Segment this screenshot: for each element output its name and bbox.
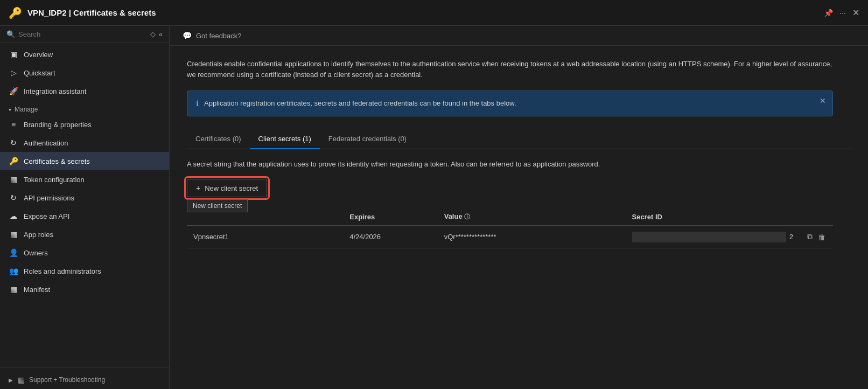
- manage-section-header[interactable]: ▾ Manage: [0, 100, 169, 115]
- authentication-icon: ↻: [9, 138, 18, 148]
- integration-icon: 🚀: [9, 86, 18, 96]
- info-banner-close-icon[interactable]: ✕: [820, 96, 826, 105]
- sidebar-item-api-permissions[interactable]: ↻ API permissions: [0, 189, 169, 207]
- sidebar-item-support-troubleshooting[interactable]: ▶ ▦ Support + Troubleshooting: [0, 370, 169, 387]
- plus-icon: +: [196, 184, 200, 192]
- pin-icon[interactable]: 📌: [824, 9, 833, 17]
- search-input[interactable]: [18, 30, 147, 38]
- close-icon[interactable]: ✕: [852, 8, 859, 18]
- tab-federated-credentials[interactable]: Federated credentials (0): [320, 129, 415, 149]
- content-area: 💬 Got feedback? Credentials enable confi…: [170, 26, 868, 389]
- search-icon: 🔍: [6, 30, 15, 38]
- sidebar-item-expose-api-label: Expose an API: [24, 212, 69, 220]
- info-banner-text: Application registration certificates, s…: [204, 99, 516, 108]
- tab-client-secrets[interactable]: Client secrets (1): [250, 129, 320, 149]
- action-icons: ⧉ 🗑: [806, 231, 827, 242]
- sidebar-item-authentication[interactable]: ↻ Authentication: [0, 134, 169, 152]
- secrets-table: Expires Value ⓘ Secret ID Vpnsecret1 4/2…: [187, 208, 833, 248]
- secret-name-cell: Vpnsecret1: [187, 226, 343, 248]
- api-icon: ↻: [9, 193, 18, 203]
- sidebar-item-manifest[interactable]: ▦ Manifest: [0, 280, 169, 298]
- sidebar-item-token-label: Token configuration: [24, 176, 85, 184]
- expose-api-icon: ☁: [9, 211, 18, 221]
- support-section-label: Support + Troubleshooting: [29, 376, 105, 384]
- feedback-text: Got feedback?: [196, 32, 242, 40]
- manifest-icon: ▦: [9, 284, 18, 294]
- secret-value-cell: vQr***************: [438, 226, 626, 248]
- new-secret-btn-label: New client secret: [205, 184, 258, 192]
- titlebar-actions: 📌 ··· ✕: [824, 8, 859, 18]
- value-info-icon[interactable]: ⓘ: [464, 213, 470, 220]
- info-banner: ℹ Application registration certificates,…: [187, 91, 833, 116]
- owners-icon: 👤: [9, 248, 18, 258]
- tabs-container: Certificates (0) Client secrets (1) Fede…: [187, 129, 851, 149]
- sidebar-item-quickstart-label: Quickstart: [24, 69, 55, 77]
- quickstart-icon: ▷: [9, 68, 18, 78]
- sidebar-nav: ▣ Overview ▷ Quickstart 🚀 Integration as…: [0, 43, 169, 367]
- sidebar-item-certificates-secrets[interactable]: 🔑 Certificates & secrets: [0, 152, 169, 170]
- secret-description: A secret string that the application use…: [187, 160, 851, 168]
- credential-description: Credentials enable confidential applicat…: [187, 59, 833, 80]
- sidebar-search-actions: ◇ «: [150, 30, 163, 38]
- new-secret-tooltip: New client secret: [187, 199, 248, 212]
- manage-chevron-icon: ▾: [9, 107, 11, 113]
- sidebar-item-integration-assistant[interactable]: 🚀 Integration assistant: [0, 82, 169, 100]
- title-key-icon: 🔑: [9, 6, 22, 19]
- sidebar-item-integration-label: Integration assistant: [24, 87, 86, 95]
- sidebar-item-certificates-label: Certificates & secrets: [24, 157, 90, 165]
- sidebar-item-owners-label: Owners: [24, 249, 48, 257]
- sidebar-item-api-label: API permissions: [24, 194, 74, 202]
- support-icon: ▦: [16, 375, 26, 385]
- col-header-value: Value ⓘ: [438, 208, 626, 226]
- secret-id-bar: 2: [632, 232, 793, 242]
- sidebar-item-overview-label: Overview: [24, 51, 53, 59]
- secret-expires-cell: 4/24/2026: [343, 226, 437, 248]
- roles-admin-icon: 👥: [9, 266, 18, 276]
- sidebar-item-owners[interactable]: 👤 Owners: [0, 244, 169, 262]
- page-content: Credentials enable confidential applicat…: [170, 46, 868, 389]
- sidebar-item-roles-administrators[interactable]: 👥 Roles and administrators: [0, 262, 169, 280]
- new-secret-btn-wrapper: + New client secret New client secret: [187, 179, 267, 197]
- sidebar-item-app-roles-label: App roles: [24, 231, 53, 239]
- sidebar-item-expose-api[interactable]: ☁ Expose an API: [0, 207, 169, 225]
- sidebar-item-token-configuration[interactable]: ▦ Token configuration: [0, 170, 169, 189]
- sidebar-item-roles-admin-label: Roles and administrators: [24, 267, 101, 275]
- sidebar-item-app-roles[interactable]: ▦ App roles: [0, 225, 169, 244]
- secret-id-number: 2: [789, 233, 793, 241]
- sidebar-item-quickstart[interactable]: ▷ Quickstart: [0, 64, 169, 82]
- more-options-icon[interactable]: ···: [839, 9, 846, 17]
- col-header-actions: [800, 208, 833, 226]
- secret-actions-cell: ⧉ 🗑: [800, 226, 833, 248]
- secret-id-obscured: [632, 232, 786, 242]
- table-row: Vpnsecret1 4/24/2026 vQr*************** …: [187, 226, 833, 248]
- support-chevron-icon: ▶: [9, 377, 13, 383]
- copy-secret-button[interactable]: ⧉: [806, 231, 814, 242]
- info-icon: ℹ: [196, 99, 199, 108]
- sidebar-item-manifest-label: Manifest: [24, 286, 50, 294]
- main-layout: 🔍 ◇ « ▣ Overview ▷ Quickstart 🚀 Integrat…: [0, 26, 868, 389]
- sidebar-bottom: ▶ ▦ Support + Troubleshooting: [0, 367, 169, 389]
- app-roles-icon: ▦: [9, 230, 18, 239]
- tab-certificates[interactable]: Certificates (0): [187, 129, 250, 149]
- table-header-row: Expires Value ⓘ Secret ID: [187, 208, 833, 226]
- sidebar-search-bar: 🔍 ◇ «: [0, 26, 169, 43]
- sidebar-item-overview[interactable]: ▣ Overview: [0, 45, 169, 64]
- certificates-icon: 🔑: [9, 156, 18, 166]
- col-header-expires: Expires: [343, 208, 437, 226]
- feedback-bar: 💬 Got feedback?: [170, 26, 868, 46]
- sidebar-item-authentication-label: Authentication: [24, 139, 68, 147]
- col-header-secret-id: Secret ID: [626, 208, 800, 226]
- titlebar: 🔑 VPN_IDP2 | Certificates & secrets 📌 ··…: [0, 0, 868, 26]
- overview-icon: ▣: [9, 50, 18, 59]
- feedback-icon: 💬: [183, 31, 192, 40]
- sidebar-item-branding[interactable]: ≡ Branding & properties: [0, 115, 169, 134]
- new-client-secret-button[interactable]: + New client secret: [187, 179, 267, 197]
- manage-section-label: Manage: [15, 106, 38, 113]
- sidebar-collapse-btn[interactable]: ◇: [150, 30, 156, 38]
- delete-secret-button[interactable]: 🗑: [817, 232, 827, 242]
- secret-id-cell: 2: [626, 226, 800, 248]
- sidebar-item-branding-label: Branding & properties: [24, 121, 92, 129]
- sidebar-hide-btn[interactable]: «: [159, 30, 163, 38]
- token-icon: ▦: [9, 175, 18, 184]
- sidebar: 🔍 ◇ « ▣ Overview ▷ Quickstart 🚀 Integrat…: [0, 26, 170, 389]
